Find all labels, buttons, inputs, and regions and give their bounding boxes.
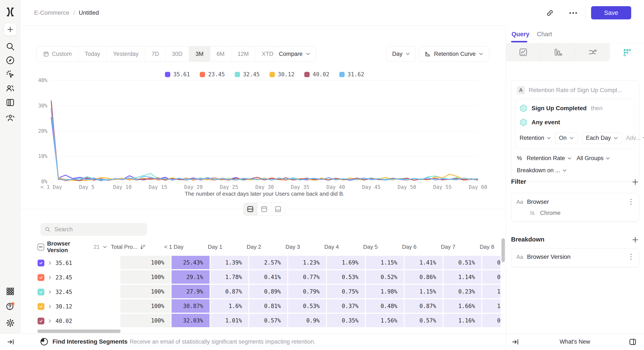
filter-card[interactable]: Aa Browser Is Chrome [511, 193, 639, 221]
breadcrumb-title[interactable]: Untitled [79, 9, 99, 16]
retention-cell[interactable]: 1.39% [210, 256, 249, 270]
legend-item[interactable]: 30.12 [270, 71, 294, 78]
vertical-scrollbar[interactable] [502, 238, 505, 262]
row-label[interactable]: 40.02 [56, 318, 72, 324]
chart-style-button[interactable]: Retention Curve [419, 46, 489, 62]
retention-cell[interactable]: 1.66% [444, 299, 482, 314]
total-cell[interactable]: 100% [120, 285, 172, 299]
day-header-cell[interactable]: Day 2 [229, 244, 268, 250]
retention-cell[interactable]: 0.79% [288, 285, 327, 299]
collapse-sidebar-icon[interactable] [6, 338, 14, 346]
step-born-event[interactable]: Sign Up Completed then [520, 104, 630, 112]
retention-line-chart[interactable] [51, 80, 478, 181]
total-cell[interactable]: 100% [120, 256, 172, 270]
retention-type-dropdown[interactable]: Retention [520, 135, 551, 141]
chart-type-insights[interactable] [506, 43, 540, 61]
group-header-cell[interactable]: Browser Version 21 [36, 240, 107, 254]
series-line-40.02[interactable] [51, 101, 478, 181]
horizontal-scrollbar[interactable] [37, 330, 120, 333]
row-checkbox[interactable] [38, 303, 44, 310]
step-return-event[interactable]: Any event [520, 118, 630, 126]
retention-cell[interactable]: 0.51% [444, 256, 482, 270]
filter-property[interactable]: Browser [527, 198, 624, 205]
row-checkbox[interactable] [38, 274, 44, 281]
mixpanel-logo[interactable] [5, 7, 15, 17]
retention-cell[interactable]: 1.56% [366, 314, 404, 328]
row-label[interactable]: 32.45 [56, 289, 72, 295]
measure-dropdown[interactable]: Retention Rate [527, 155, 572, 162]
retention-cell[interactable]: 30.87% [172, 299, 210, 314]
select-all-checkbox[interactable] [38, 244, 44, 250]
range-7d[interactable]: 7D [145, 46, 166, 61]
breadcrumb-project[interactable]: E-Commerce [34, 9, 69, 16]
chart-type-funnels[interactable] [540, 43, 575, 61]
day-header-cell[interactable]: < 1 Day [151, 244, 190, 250]
chart-type-flows[interactable] [575, 43, 610, 61]
retention-cell[interactable]: 0.35% [327, 314, 366, 328]
filter-condition-row[interactable]: Is Chrome [511, 205, 639, 216]
series-line-31.62[interactable] [51, 109, 478, 180]
retention-cell[interactable]: 1.69% [327, 256, 366, 270]
range-30d[interactable]: 30D [166, 46, 189, 61]
retention-cell[interactable]: 1.78% [210, 270, 249, 285]
whats-new-link[interactable]: What's New [554, 339, 596, 345]
breakdown-card[interactable]: Aa Browser Version [511, 248, 639, 267]
retention-cell[interactable]: 1.6% [210, 299, 249, 314]
day-header-cell[interactable]: Day 5 [345, 244, 384, 250]
granularity-button[interactable]: Day [386, 46, 416, 62]
collapse-panel-icon[interactable] [511, 338, 519, 346]
compare-button[interactable]: Compare [273, 46, 316, 62]
retention-cell[interactable]: 1.14% [444, 270, 482, 285]
discover-compass-icon[interactable] [6, 56, 15, 65]
retention-cell[interactable]: 0.64% [482, 256, 500, 270]
row-label[interactable]: 35.61 [56, 260, 72, 266]
layout-chart-only-button[interactable] [257, 203, 271, 215]
search-input[interactable] [54, 226, 143, 233]
legend-item[interactable]: 40.02 [304, 71, 329, 78]
on-dropdown[interactable]: On [555, 132, 578, 144]
retention-cell[interactable]: 0.9% [288, 314, 327, 328]
retention-cell[interactable]: 0.53% [327, 270, 366, 285]
retention-cell[interactable]: 1.15% [404, 285, 444, 299]
retention-cell[interactable]: 0.41% [249, 270, 288, 285]
link-icon[interactable] [546, 9, 554, 17]
cohorts-icon[interactable] [6, 113, 15, 122]
row-label[interactable]: 30.12 [56, 303, 72, 310]
series-line-32.45[interactable] [51, 111, 478, 181]
series-line-23.45[interactable] [51, 108, 478, 180]
retention-cell[interactable]: 2.57% [249, 256, 288, 270]
total-cell[interactable]: 100% [120, 299, 172, 314]
range-custom[interactable]: Custom [36, 46, 78, 61]
day-header-cell[interactable]: Day 4 [306, 244, 345, 250]
legend-item[interactable]: 32.45 [235, 71, 260, 78]
row-label[interactable]: 23.45 [56, 274, 72, 281]
activity-cursor-icon[interactable] [6, 69, 15, 79]
retention-cell[interactable]: 29.1% [172, 270, 210, 285]
retention-cell[interactable]: 0.53% [288, 299, 327, 314]
search-icon[interactable] [6, 42, 15, 51]
retention-cell[interactable]: 1.41% [404, 256, 444, 270]
retention-cell[interactable]: 0.52% [366, 270, 404, 285]
retention-cell[interactable]: 0.87% [210, 285, 249, 299]
row-checkbox[interactable] [38, 289, 44, 295]
retention-cell[interactable]: 0.86% [404, 270, 444, 285]
retention-cell[interactable]: 0.48% [366, 299, 404, 314]
add-breakdown-button[interactable] [632, 236, 639, 244]
total-cell[interactable]: 100% [120, 314, 172, 328]
tab-query[interactable]: Query [512, 31, 530, 38]
legend-item[interactable]: 23.45 [200, 71, 225, 78]
retention-cell[interactable]: 32.03% [172, 314, 210, 328]
panel-layout-icon[interactable] [628, 338, 637, 346]
retention-cell[interactable]: 1.23% [288, 256, 327, 270]
legend-item[interactable]: 35.61 [165, 71, 190, 78]
day-header-cell[interactable]: Day 1 [190, 244, 229, 250]
find-segments-button[interactable]: Find Interesting Segments [52, 338, 128, 345]
tab-chart[interactable]: Chart [537, 31, 552, 38]
retention-cell[interactable]: 0.75% [327, 285, 366, 299]
row-checkbox[interactable] [38, 260, 44, 266]
retention-cell[interactable]: 0.77% [288, 270, 327, 285]
retention-cell[interactable]: 0.57% [404, 314, 444, 328]
users-icon[interactable] [6, 84, 15, 93]
retention-cell[interactable]: 0.87% [404, 299, 444, 314]
day-header-cell[interactable]: Day 3 [268, 244, 306, 250]
